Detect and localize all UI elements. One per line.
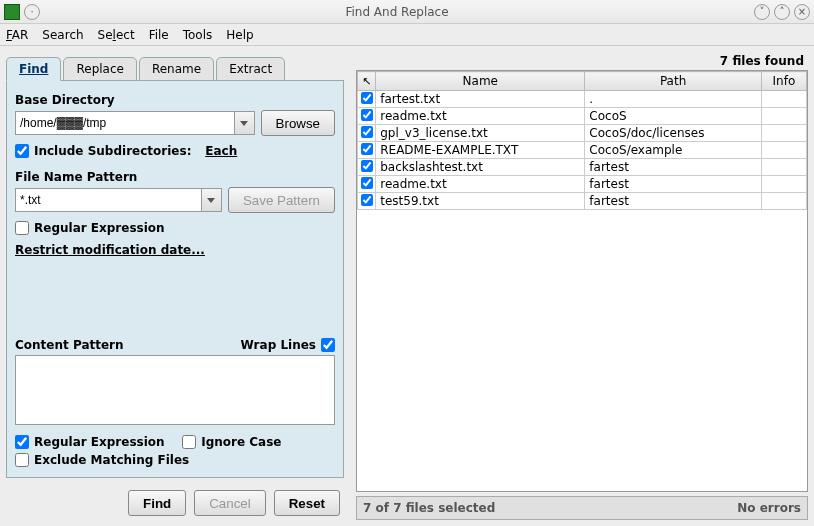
cell-name: README-EXAMPLE.TXT — [376, 142, 585, 159]
close-icon[interactable]: × — [794, 4, 810, 20]
cell-path: fartest — [585, 159, 762, 176]
cell-info — [761, 142, 806, 159]
window-title: Find And Replace — [40, 5, 754, 19]
base-dir-dropdown[interactable] — [235, 111, 255, 135]
table-row[interactable]: fartest.txt. — [358, 91, 807, 108]
app-icon — [4, 4, 20, 20]
tab-find[interactable]: Find — [6, 57, 61, 81]
menu-select[interactable]: Select — [98, 28, 135, 42]
file-pattern-dropdown[interactable] — [202, 188, 222, 212]
menu-search[interactable]: Search — [42, 28, 83, 42]
content-pattern-label: Content Pattern — [15, 338, 124, 352]
row-checkbox[interactable] — [361, 194, 373, 206]
menu-file[interactable]: File — [149, 28, 169, 42]
results-table: ↖ Name Path Info fartest.txt.readme.txtC… — [357, 71, 807, 210]
file-pattern-label: File Name Pattern — [15, 170, 335, 184]
content-pattern-textarea[interactable] — [15, 355, 335, 425]
regex-file-checkbox[interactable] — [15, 221, 29, 235]
file-pattern-combo — [15, 188, 222, 212]
select-all-header[interactable]: ↖ — [358, 72, 376, 91]
left-pane: Find Replace Rename Extract Base Directo… — [0, 46, 350, 526]
window-menu-icon[interactable]: · — [24, 4, 40, 20]
find-button[interactable]: Find — [128, 490, 186, 516]
col-path[interactable]: Path — [585, 72, 762, 91]
tabs: Find Replace Rename Extract — [6, 56, 344, 80]
cell-path: CocoS/doc/licenses — [585, 125, 762, 142]
status-selected: 7 of 7 files selected — [363, 501, 495, 515]
col-info[interactable]: Info — [761, 72, 806, 91]
cell-name: fartest.txt — [376, 91, 585, 108]
cell-name: gpl_v3_license.txt — [376, 125, 585, 142]
chevron-down-icon — [240, 121, 248, 126]
save-pattern-button[interactable]: Save Pattern — [228, 187, 335, 213]
menu-tools[interactable]: Tools — [183, 28, 213, 42]
ignore-case-checkbox[interactable] — [182, 435, 196, 449]
col-name[interactable]: Name — [376, 72, 585, 91]
regex-content-label: Regular Expression — [34, 435, 165, 449]
cell-info — [761, 91, 806, 108]
wrap-lines-checkbox[interactable] — [321, 338, 335, 352]
reset-button[interactable]: Reset — [274, 490, 340, 516]
maximize-icon[interactable]: ˄ — [774, 4, 790, 20]
table-row[interactable]: readme.txtfartest — [358, 176, 807, 193]
cell-name: backslashtest.txt — [376, 159, 585, 176]
row-checkbox[interactable] — [361, 143, 373, 155]
include-subdirs-label: Include Subdirectories: — [34, 144, 191, 158]
bottom-buttons: Find Cancel Reset — [6, 486, 344, 520]
cell-path: fartest — [585, 193, 762, 210]
row-checkbox[interactable] — [361, 92, 373, 104]
table-row[interactable]: readme.txtCocoS — [358, 108, 807, 125]
cursor-icon: ↖ — [362, 75, 371, 88]
tab-rename[interactable]: Rename — [139, 57, 214, 81]
browse-button[interactable]: Browse — [261, 110, 335, 136]
cell-info — [761, 108, 806, 125]
table-row[interactable]: README-EXAMPLE.TXTCocoS/example — [358, 142, 807, 159]
cell-info — [761, 193, 806, 210]
row-checkbox[interactable] — [361, 109, 373, 121]
base-dir-input[interactable] — [15, 111, 235, 135]
restrict-date-link[interactable]: Restrict modification date... — [15, 243, 205, 257]
wrap-lines-label: Wrap Lines — [241, 338, 316, 352]
results-table-wrap: ↖ Name Path Info fartest.txt.readme.txtC… — [356, 70, 808, 492]
base-dir-combo — [15, 111, 255, 135]
menubar: FAR Search Select File Tools Help — [0, 24, 814, 46]
right-pane: 7 files found ↖ Name Path Info fartest.t… — [350, 46, 814, 526]
status-bar: 7 of 7 files selected No errors — [356, 496, 808, 520]
cell-info — [761, 176, 806, 193]
tab-replace[interactable]: Replace — [63, 57, 136, 81]
cell-path: . — [585, 91, 762, 108]
base-dir-label: Base Directory — [15, 93, 335, 107]
row-checkbox[interactable] — [361, 126, 373, 138]
files-found-label: 7 files found — [356, 52, 808, 70]
regex-content-checkbox[interactable] — [15, 435, 29, 449]
cell-name: readme.txt — [376, 108, 585, 125]
titlebar: · Find And Replace ˅ ˄ × — [0, 0, 814, 24]
cell-info — [761, 125, 806, 142]
row-checkbox[interactable] — [361, 177, 373, 189]
chevron-down-icon — [207, 198, 215, 203]
cell-path: CocoS/example — [585, 142, 762, 159]
tab-body-find: Base Directory Browse Include Subdirecto… — [6, 80, 344, 478]
table-row[interactable]: backslashtest.txtfartest — [358, 159, 807, 176]
menu-help[interactable]: Help — [226, 28, 253, 42]
cell-info — [761, 159, 806, 176]
cancel-button[interactable]: Cancel — [194, 490, 266, 516]
regex-file-label: Regular Expression — [34, 221, 165, 235]
menu-far[interactable]: FAR — [6, 28, 28, 42]
file-pattern-input[interactable] — [15, 188, 202, 212]
ignore-case-label: Ignore Case — [201, 435, 281, 449]
minimize-icon[interactable]: ˅ — [754, 4, 770, 20]
cell-name: test59.txt — [376, 193, 585, 210]
cell-path: fartest — [585, 176, 762, 193]
table-row[interactable]: test59.txtfartest — [358, 193, 807, 210]
include-subdirs-checkbox[interactable] — [15, 144, 29, 158]
exclude-matching-label: Exclude Matching Files — [34, 453, 189, 467]
cell-path: CocoS — [585, 108, 762, 125]
status-errors: No errors — [737, 501, 801, 515]
row-checkbox[interactable] — [361, 160, 373, 172]
table-row[interactable]: gpl_v3_license.txtCocoS/doc/licenses — [358, 125, 807, 142]
tab-extract[interactable]: Extract — [216, 57, 285, 81]
cell-name: readme.txt — [376, 176, 585, 193]
each-link[interactable]: Each — [205, 144, 237, 158]
exclude-matching-checkbox[interactable] — [15, 453, 29, 467]
